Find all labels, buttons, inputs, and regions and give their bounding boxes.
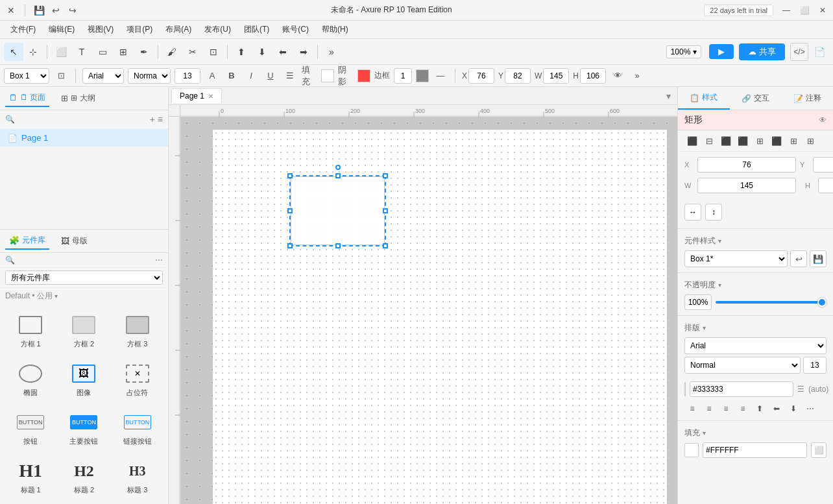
- fill-color-hex-input[interactable]: [703, 442, 807, 458]
- fit-btn[interactable]: ⊡: [204, 43, 223, 61]
- canvas-viewport[interactable]: 0 100 200 300 400 500 600: [169, 105, 677, 504]
- pen-tool-btn[interactable]: ✒: [134, 43, 154, 61]
- align-left-btn[interactable]: ⬅: [273, 43, 293, 61]
- menu-project[interactable]: 项目(P): [121, 23, 158, 36]
- w-input[interactable]: 145: [543, 68, 569, 84]
- align-top-btn[interactable]: ⬆: [232, 43, 251, 61]
- menu-help[interactable]: 帮助(H): [317, 23, 354, 36]
- align-bottom-btn[interactable]: ⬇: [252, 43, 272, 61]
- comp-item-button[interactable]: BUTTON 按钮: [5, 405, 56, 451]
- tab-outline[interactable]: ⊞ ⊞ 大纲: [57, 90, 99, 106]
- redo-icon[interactable]: ↪: [67, 5, 78, 16]
- font-size-input-right[interactable]: [803, 357, 827, 374]
- comp-item-link-button[interactable]: BUTTON 链接按钮: [112, 405, 163, 451]
- fit-height-btn[interactable]: ↕: [705, 204, 722, 221]
- page-item-page1[interactable]: 📄 Page 1: [0, 129, 168, 147]
- element-name-select[interactable]: Box 1: [4, 68, 49, 84]
- align-bottom-btn[interactable]: ⬛: [718, 133, 734, 149]
- align-right-text-btn[interactable]: ≡: [718, 401, 734, 416]
- input-tool-btn[interactable]: ▭: [93, 43, 112, 61]
- opacity-slider-thumb[interactable]: [817, 298, 827, 307]
- fill-label-btn[interactable]: 填充: [302, 68, 317, 84]
- font-select[interactable]: Arial: [82, 68, 124, 84]
- handle-tc[interactable]: [335, 173, 341, 178]
- canvas-scroll-btn[interactable]: ▾: [662, 91, 675, 101]
- align-top-text-btn[interactable]: ⬆: [752, 401, 767, 416]
- table-tool-btn[interactable]: ⊞: [114, 43, 133, 61]
- border-color-swatch[interactable]: [416, 69, 429, 82]
- list-btn[interactable]: ☰: [282, 68, 298, 84]
- align-hcenter-btn[interactable]: ⊞: [752, 133, 767, 149]
- opacity-slider[interactable]: [716, 301, 827, 304]
- comp-item-h3[interactable]: H3 标题 3: [112, 454, 163, 500]
- zoom-select[interactable]: 100% ▾: [666, 45, 702, 58]
- border-width-input[interactable]: [394, 68, 412, 84]
- align-right-btn[interactable]: ⬛: [769, 133, 784, 149]
- align-top-btn[interactable]: ⬛: [684, 133, 700, 149]
- italic-btn[interactable]: I: [243, 68, 259, 84]
- x-input[interactable]: 76: [468, 68, 494, 84]
- shadow-btn[interactable]: 阴影: [338, 68, 354, 84]
- font-color-btn[interactable]: A: [204, 68, 220, 84]
- fill-color-swatch[interactable]: [684, 443, 699, 457]
- menu-view[interactable]: 视图(V): [82, 23, 119, 36]
- select-tool-btn[interactable]: ↖: [4, 43, 23, 61]
- menu-team[interactable]: 团队(T): [239, 23, 274, 36]
- handle-br[interactable]: [383, 243, 388, 248]
- menu-edit[interactable]: 编辑(E): [43, 23, 80, 36]
- close-icon[interactable]: ✕: [5, 5, 17, 16]
- y-input[interactable]: 82: [505, 68, 531, 84]
- align-left-btn[interactable]: ⬛: [735, 133, 751, 149]
- visibility-icon[interactable]: 👁: [819, 115, 827, 125]
- save-icon[interactable]: 💾: [33, 5, 45, 16]
- dist-h-btn[interactable]: ⊞: [786, 133, 801, 149]
- w-coord-input[interactable]: [697, 178, 796, 193]
- shadow-color-swatch[interactable]: [357, 69, 370, 82]
- menu-account[interactable]: 账号(C): [277, 23, 314, 36]
- handle-mr[interactable]: [383, 208, 388, 213]
- more-prop-btn[interactable]: »: [629, 68, 645, 84]
- h-input[interactable]: 106: [580, 68, 606, 84]
- crop-btn[interactable]: ✂: [183, 43, 202, 61]
- tab-components[interactable]: 🧩 元件库: [5, 232, 49, 250]
- maximize-btn[interactable]: ⬜: [799, 5, 810, 16]
- tab-notes[interactable]: 📝 注释: [781, 87, 833, 110]
- font-size-input[interactable]: [175, 68, 200, 84]
- font-style-select[interactable]: Normal: [128, 68, 171, 84]
- handle-tl[interactable]: [287, 173, 293, 178]
- comp-item-h1[interactable]: H1 标题 1: [5, 454, 56, 500]
- page-menu-icon[interactable]: ≡: [158, 114, 163, 125]
- align-right-btn[interactable]: ➡: [294, 43, 313, 61]
- tab-masters[interactable]: 🖼 母版: [57, 233, 91, 249]
- comp-item-primary-button[interactable]: BUTTON 主要按钮: [58, 405, 109, 451]
- visibility-btn[interactable]: 👁: [610, 68, 625, 84]
- tab-style[interactable]: 📋 样式: [678, 87, 730, 110]
- comp-search-input[interactable]: [18, 256, 152, 265]
- handle-rotate[interactable]: [335, 165, 341, 170]
- menu-file[interactable]: 文件(F): [5, 23, 41, 36]
- h-coord-input[interactable]: [818, 178, 833, 193]
- text-more-btn[interactable]: ⋯: [803, 401, 818, 416]
- rectangle-tool-btn[interactable]: ⬜: [51, 43, 71, 61]
- align-vcenter-btn[interactable]: ⊟: [701, 133, 717, 149]
- comp-item-h2[interactable]: H2 标题 2: [58, 454, 109, 500]
- element-style-section[interactable]: 元件样式 ▾: [678, 232, 833, 248]
- handle-bc[interactable]: [335, 243, 341, 248]
- add-page-icon[interactable]: +: [150, 114, 155, 125]
- style-select-dropdown[interactable]: Box 1*: [684, 250, 788, 267]
- font-style-select-right[interactable]: Normal: [684, 357, 801, 374]
- text-color-swatch[interactable]: [684, 382, 686, 396]
- undo-icon[interactable]: ↩: [50, 5, 62, 16]
- tab-pages[interactable]: 🗒 🗒 页面: [5, 90, 49, 107]
- handle-tr[interactable]: [383, 173, 388, 178]
- align-middle-text-btn[interactable]: ⬅: [769, 401, 784, 416]
- comp-item-image[interactable]: 🖼 图像: [58, 357, 109, 403]
- more-btn[interactable]: »: [322, 43, 341, 61]
- fill-expand-btn[interactable]: ⬜: [811, 442, 827, 458]
- paint-btn[interactable]: 🖌: [162, 43, 182, 61]
- align-justify-text-btn[interactable]: ≡: [735, 401, 751, 416]
- style-reset-btn[interactable]: ↩: [790, 250, 807, 267]
- align-center-text-btn[interactable]: ≡: [701, 401, 717, 416]
- menu-publish[interactable]: 发布(U): [199, 23, 236, 36]
- element-settings-btn[interactable]: ⊡: [53, 68, 69, 84]
